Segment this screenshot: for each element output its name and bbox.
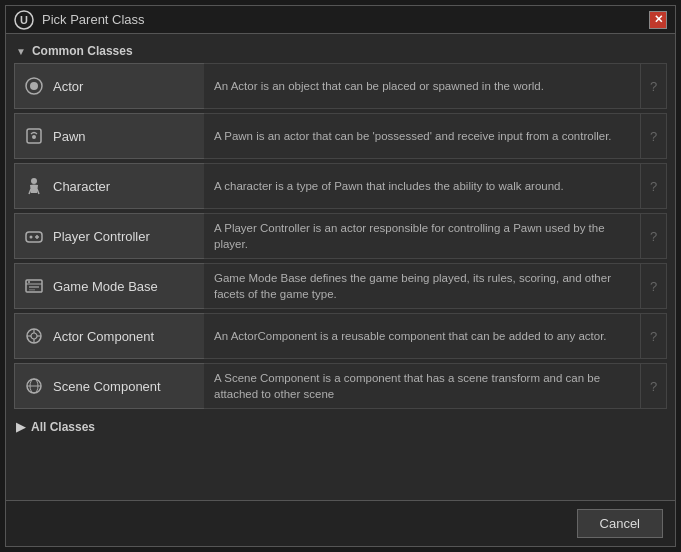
dialog-content: ▼ Common Classes Actor An Actor is an ob… bbox=[6, 34, 675, 500]
classes-list: Actor An Actor is an object that can be … bbox=[14, 62, 667, 410]
all-classes-header[interactable]: ▶ All Classes bbox=[14, 414, 667, 438]
character-description: A character is a type of Pawn that inclu… bbox=[204, 163, 641, 209]
actor-row[interactable]: Actor An Actor is an object that can be … bbox=[14, 62, 667, 110]
ue-logo-icon: U bbox=[14, 10, 34, 30]
actor-icon bbox=[23, 75, 45, 97]
title-bar-left: U Pick Parent Class bbox=[14, 10, 145, 30]
dialog-footer: Cancel bbox=[6, 500, 675, 546]
scene-component-button[interactable]: Scene Component bbox=[14, 363, 204, 409]
actor-component-icon bbox=[23, 325, 45, 347]
cancel-button[interactable]: Cancel bbox=[577, 509, 663, 538]
scene-component-row[interactable]: Scene Component A Scene Component is a c… bbox=[14, 362, 667, 410]
actor-label: Actor bbox=[53, 79, 83, 94]
svg-point-15 bbox=[28, 281, 30, 283]
actor-component-button[interactable]: Actor Component bbox=[14, 313, 204, 359]
actor-button[interactable]: Actor bbox=[14, 63, 204, 109]
pawn-description: A Pawn is an actor that can be 'possesse… bbox=[204, 113, 641, 159]
player-controller-row[interactable]: Player Controller A Player Controller is… bbox=[14, 212, 667, 260]
svg-point-3 bbox=[30, 82, 38, 90]
svg-line-7 bbox=[29, 189, 31, 194]
game-mode-base-description: Game Mode Base defines the game being pl… bbox=[204, 263, 641, 309]
game-mode-base-button[interactable]: Game Mode Base bbox=[14, 263, 204, 309]
pawn-help-icon[interactable]: ? bbox=[641, 113, 667, 159]
player-controller-icon bbox=[23, 225, 45, 247]
pawn-row[interactable]: Pawn A Pawn is an actor that can be 'pos… bbox=[14, 112, 667, 160]
game-mode-base-icon bbox=[23, 275, 45, 297]
character-icon bbox=[23, 175, 45, 197]
all-classes-label: All Classes bbox=[31, 420, 95, 434]
title-bar: U Pick Parent Class ✕ bbox=[6, 6, 675, 34]
svg-line-8 bbox=[37, 189, 39, 194]
character-row[interactable]: Character A character is a type of Pawn … bbox=[14, 162, 667, 210]
svg-rect-9 bbox=[26, 232, 42, 242]
character-help-icon[interactable]: ? bbox=[641, 163, 667, 209]
scene-component-label: Scene Component bbox=[53, 379, 161, 394]
game-mode-base-help-icon[interactable]: ? bbox=[641, 263, 667, 309]
scene-component-help-icon[interactable]: ? bbox=[641, 363, 667, 409]
scene-component-icon bbox=[23, 375, 45, 397]
actor-component-label: Actor Component bbox=[53, 329, 154, 344]
actor-help-icon[interactable]: ? bbox=[641, 63, 667, 109]
svg-point-5 bbox=[32, 135, 36, 139]
svg-point-6 bbox=[31, 178, 37, 184]
svg-rect-16 bbox=[29, 286, 39, 288]
pawn-button[interactable]: Pawn bbox=[14, 113, 204, 159]
svg-point-10 bbox=[30, 236, 33, 239]
player-controller-description: A Player Controller is an actor responsi… bbox=[204, 213, 641, 259]
all-classes-arrow: ▶ bbox=[16, 420, 25, 434]
pawn-label: Pawn bbox=[53, 129, 86, 144]
svg-point-19 bbox=[31, 333, 37, 339]
common-classes-header[interactable]: ▼ Common Classes bbox=[14, 40, 667, 62]
close-button[interactable]: ✕ bbox=[649, 11, 667, 29]
svg-text:U: U bbox=[20, 14, 28, 26]
scene-component-description: A Scene Component is a component that ha… bbox=[204, 363, 641, 409]
actor-description: An Actor is an object that can be placed… bbox=[204, 63, 641, 109]
common-classes-arrow: ▼ bbox=[16, 46, 26, 57]
dialog-title: Pick Parent Class bbox=[42, 12, 145, 27]
game-mode-base-label: Game Mode Base bbox=[53, 279, 158, 294]
player-controller-label: Player Controller bbox=[53, 229, 150, 244]
actor-component-row[interactable]: Actor Component An ActorComponent is a r… bbox=[14, 312, 667, 360]
actor-component-help-icon[interactable]: ? bbox=[641, 313, 667, 359]
pawn-icon bbox=[23, 125, 45, 147]
character-button[interactable]: Character bbox=[14, 163, 204, 209]
svg-rect-17 bbox=[29, 289, 35, 291]
player-controller-help-icon[interactable]: ? bbox=[641, 213, 667, 259]
game-mode-base-row[interactable]: Game Mode Base Game Mode Base defines th… bbox=[14, 262, 667, 310]
actor-component-description: An ActorComponent is a reusable componen… bbox=[204, 313, 641, 359]
character-label: Character bbox=[53, 179, 110, 194]
player-controller-button[interactable]: Player Controller bbox=[14, 213, 204, 259]
pick-parent-class-dialog: U Pick Parent Class ✕ ▼ Common Classes bbox=[5, 5, 676, 547]
common-classes-label: Common Classes bbox=[32, 44, 133, 58]
